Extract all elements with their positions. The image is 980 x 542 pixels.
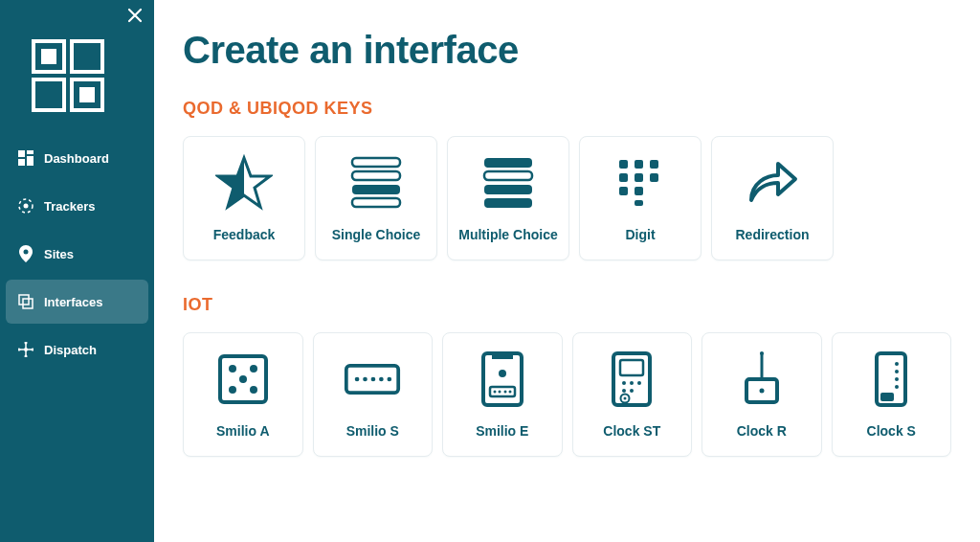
card-single-choice[interactable]: Single Choice — [315, 136, 437, 260]
svg-rect-25 — [484, 171, 532, 180]
svg-point-40 — [239, 375, 247, 383]
card-label: Clock R — [737, 423, 787, 439]
dispatch-icon — [17, 341, 34, 358]
svg-rect-14 — [23, 299, 33, 308]
svg-point-54 — [498, 391, 501, 394]
card-label: Single Choice — [332, 227, 421, 242]
sidebar-item-label: Trackers — [44, 199, 96, 214]
sites-icon — [17, 245, 34, 262]
svg-point-48 — [388, 377, 392, 382]
smilio-a-icon — [214, 350, 272, 408]
clock-r-icon — [733, 350, 791, 408]
svg-point-55 — [503, 391, 506, 394]
sidebar: Dashboard Trackers Sites Interfaces Disp… — [0, 0, 154, 542]
svg-point-61 — [637, 381, 641, 385]
svg-rect-28 — [619, 160, 628, 169]
card-smilio-s[interactable]: Smilio S — [313, 332, 434, 457]
svg-point-73 — [895, 377, 899, 381]
svg-rect-29 — [635, 160, 643, 169]
sidebar-item-trackers[interactable]: Trackers — [6, 184, 148, 228]
svg-point-12 — [24, 250, 29, 255]
svg-point-44 — [355, 377, 360, 382]
svg-point-47 — [379, 377, 384, 382]
svg-point-15 — [25, 342, 28, 345]
sidebar-item-dashboard[interactable]: Dashboard — [6, 136, 148, 180]
svg-point-16 — [25, 355, 28, 358]
svg-point-46 — [371, 377, 376, 382]
card-digit[interactable]: Digit — [579, 136, 702, 260]
svg-rect-31 — [619, 173, 628, 182]
svg-point-45 — [363, 377, 368, 382]
svg-rect-5 — [79, 87, 95, 102]
sidebar-item-label: Dashboard — [44, 151, 109, 166]
svg-rect-50 — [492, 353, 513, 359]
svg-point-19 — [24, 348, 28, 351]
sidebar-item-label: Interfaces — [44, 295, 102, 309]
svg-point-17 — [18, 349, 21, 351]
svg-point-65 — [624, 397, 627, 400]
svg-rect-13 — [19, 295, 29, 305]
svg-point-71 — [895, 362, 899, 366]
svg-rect-22 — [352, 185, 400, 194]
svg-rect-34 — [619, 187, 628, 195]
svg-rect-9 — [18, 159, 25, 166]
card-label: Multiple Choice — [458, 227, 557, 242]
svg-rect-7 — [27, 150, 33, 154]
card-clock-st[interactable]: Clock ST — [572, 332, 693, 457]
card-smilio-e[interactable]: Smilio E — [442, 332, 563, 457]
section-title-keys: QOD & UBIQOD KEYS — [183, 99, 951, 119]
svg-point-69 — [759, 389, 764, 394]
star-icon — [215, 154, 273, 212]
svg-point-11 — [24, 204, 29, 209]
interfaces-icon — [17, 293, 34, 310]
svg-point-53 — [493, 391, 496, 394]
svg-rect-75 — [880, 393, 894, 401]
card-smilio-a[interactable]: Smilio A — [183, 332, 303, 457]
dashboard-icon — [17, 149, 34, 167]
nav: Dashboard Trackers Sites Interfaces Disp… — [0, 136, 154, 372]
card-clock-s[interactable]: Clock S — [832, 332, 952, 457]
sidebar-item-interfaces[interactable]: Interfaces — [6, 280, 148, 324]
svg-rect-24 — [484, 158, 532, 168]
svg-rect-26 — [484, 185, 532, 194]
clock-st-icon — [603, 350, 660, 408]
svg-rect-27 — [484, 198, 532, 208]
card-label: Smilio S — [346, 423, 399, 439]
card-row-iot: Smilio A Smilio S — [183, 332, 951, 457]
svg-rect-33 — [650, 173, 658, 182]
card-feedback[interactable]: Feedback — [183, 136, 305, 260]
svg-point-74 — [895, 385, 899, 389]
svg-point-62 — [622, 389, 626, 393]
svg-rect-8 — [27, 156, 33, 166]
card-clock-r[interactable]: Clock R — [702, 332, 822, 457]
sidebar-item-label: Dispatch — [44, 343, 97, 357]
sidebar-item-sites[interactable]: Sites — [6, 232, 148, 276]
logo-icon — [31, 38, 105, 113]
card-row-keys: Feedback Single Choice — [183, 136, 951, 260]
single-choice-icon — [347, 154, 405, 212]
svg-point-67 — [760, 351, 764, 355]
sidebar-item-dispatch[interactable]: Dispatch — [6, 327, 148, 372]
svg-rect-23 — [352, 198, 400, 207]
trackers-icon — [17, 197, 34, 215]
card-label: Smilio E — [476, 423, 528, 439]
card-label: Clock ST — [603, 423, 660, 439]
svg-point-72 — [895, 370, 899, 373]
smilio-s-icon — [344, 350, 401, 408]
svg-point-60 — [630, 381, 634, 385]
sidebar-item-label: Sites — [44, 247, 74, 261]
card-multiple-choice[interactable]: Multiple Choice — [447, 136, 569, 260]
svg-rect-30 — [650, 160, 658, 169]
card-label: Smilio A — [216, 423, 270, 439]
svg-point-41 — [229, 386, 236, 394]
smilio-e-icon — [474, 350, 531, 408]
main: Create an interface QOD & UBIQOD KEYS Fe… — [154, 0, 980, 542]
clock-s-icon — [862, 350, 920, 408]
card-label: Redirection — [735, 227, 809, 242]
card-redirection[interactable]: Redirection — [711, 136, 834, 260]
svg-rect-20 — [352, 158, 400, 167]
svg-point-59 — [622, 381, 626, 385]
close-icon[interactable] — [127, 8, 143, 27]
svg-rect-21 — [352, 171, 400, 180]
svg-point-39 — [250, 365, 257, 373]
